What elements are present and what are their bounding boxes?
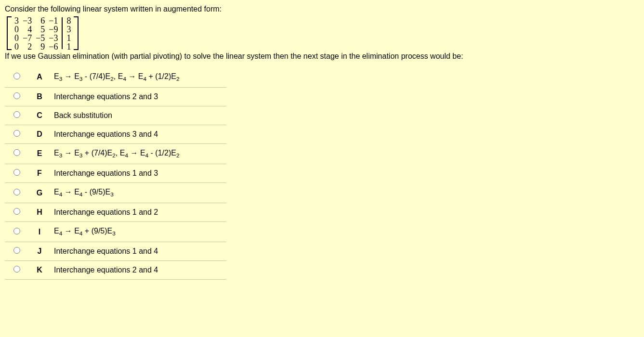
augmented-matrix: 3 0 0 0 −3 4 −7 2 6 5 −5 9 −1 −9 −3 −6 8… bbox=[7, 16, 639, 50]
matrix-col-4: −1 −9 −3 −6 bbox=[47, 16, 60, 50]
option-text: Interchange equations 3 and 4 bbox=[50, 125, 226, 143]
question-intro: Consider the following linear system wri… bbox=[5, 4, 639, 14]
matrix-cell: −3 bbox=[49, 34, 58, 42]
option-text: Interchange equations 2 and 3 bbox=[50, 87, 226, 106]
matrix-col-2: −3 4 −7 2 bbox=[21, 16, 34, 50]
option-row-k[interactable]: KInterchange equations 2 and 4 bbox=[5, 261, 226, 280]
bracket-right-icon bbox=[73, 16, 79, 50]
option-row-i[interactable]: IE4 → E4 + (9/5)E3 bbox=[5, 222, 226, 242]
option-letter: G bbox=[29, 182, 50, 203]
matrix-col-b: 8 3 1 1 bbox=[65, 16, 73, 50]
option-row-g[interactable]: GE4 → E4 - (9/5)E3 bbox=[5, 182, 226, 203]
option-radio-cell bbox=[5, 203, 29, 222]
matrix-cell: −9 bbox=[49, 25, 58, 34]
bracket-left-icon bbox=[7, 16, 13, 50]
option-text: Interchange equations 1 and 3 bbox=[50, 164, 226, 182]
option-text: E4 → E4 - (9/5)E3 bbox=[50, 182, 226, 203]
option-radio-cell bbox=[5, 67, 29, 88]
matrix-cell: 0 bbox=[14, 42, 19, 51]
matrix-cell: 3 bbox=[66, 25, 71, 34]
option-row-e[interactable]: EE3 → E3 + (7/4)E2, E4 → E4 - (1/2)E2 bbox=[5, 143, 226, 164]
option-text: E4 → E4 + (9/5)E3 bbox=[50, 222, 226, 242]
option-radio-cell bbox=[5, 143, 29, 164]
option-letter: H bbox=[29, 203, 50, 222]
matrix-cell: −7 bbox=[23, 34, 32, 42]
option-radio-c[interactable] bbox=[13, 111, 20, 118]
option-row-j[interactable]: JInterchange equations 1 and 4 bbox=[5, 242, 226, 261]
option-letter: I bbox=[29, 222, 50, 242]
matrix-col-1: 3 0 0 0 bbox=[13, 16, 21, 50]
option-row-d[interactable]: DInterchange equations 3 and 4 bbox=[5, 125, 226, 143]
option-radio-cell bbox=[5, 222, 29, 242]
matrix-cell: −1 bbox=[49, 16, 58, 25]
matrix-cell: −5 bbox=[36, 34, 45, 42]
option-letter: E bbox=[29, 143, 50, 164]
matrix-cell: 6 bbox=[36, 16, 45, 25]
option-radio-cell bbox=[5, 125, 29, 143]
option-radio-e[interactable] bbox=[13, 149, 20, 156]
option-radio-g[interactable] bbox=[13, 189, 20, 195]
matrix-cell: −3 bbox=[23, 16, 32, 25]
matrix-cell: 2 bbox=[23, 42, 32, 51]
option-radio-cell bbox=[5, 87, 29, 106]
question-followup: If we use Gaussian elimination (with par… bbox=[5, 52, 639, 61]
option-letter: K bbox=[29, 261, 50, 280]
option-radio-k[interactable] bbox=[13, 266, 20, 272]
option-row-b[interactable]: BInterchange equations 2 and 3 bbox=[5, 87, 226, 106]
matrix-cell: 1 bbox=[66, 42, 71, 51]
matrix-cell: 1 bbox=[66, 34, 71, 42]
option-radio-cell bbox=[5, 261, 29, 280]
matrix-cell: 3 bbox=[14, 16, 19, 25]
options-list: AE3 → E3 - (7/4)E2, E4 → E4 + (1/2)E2BIn… bbox=[5, 67, 226, 280]
option-text: E3 → E3 - (7/4)E2, E4 → E4 + (1/2)E2 bbox=[50, 67, 226, 88]
matrix-cell: 4 bbox=[23, 25, 32, 34]
option-letter: A bbox=[29, 67, 50, 88]
option-radio-j[interactable] bbox=[13, 247, 20, 254]
matrix-cell: 5 bbox=[36, 25, 45, 34]
option-radio-d[interactable] bbox=[13, 130, 20, 137]
option-letter: D bbox=[29, 125, 50, 143]
option-text: Interchange equations 1 and 2 bbox=[50, 203, 226, 222]
option-letter: C bbox=[29, 106, 50, 125]
option-radio-a[interactable] bbox=[13, 73, 20, 79]
option-letter: F bbox=[29, 164, 50, 182]
option-row-c[interactable]: CBack substitution bbox=[5, 106, 226, 125]
option-letter: J bbox=[29, 242, 50, 261]
option-row-a[interactable]: AE3 → E3 - (7/4)E2, E4 → E4 + (1/2)E2 bbox=[5, 67, 226, 88]
matrix-cell: 0 bbox=[14, 34, 19, 42]
matrix-cell: −6 bbox=[49, 42, 58, 51]
matrix-col-3: 6 5 −5 9 bbox=[34, 16, 47, 50]
augment-bar-icon bbox=[62, 17, 63, 49]
option-radio-f[interactable] bbox=[13, 169, 20, 176]
option-radio-h[interactable] bbox=[13, 208, 20, 215]
matrix-cell: 8 bbox=[66, 16, 71, 25]
option-text: E3 → E3 + (7/4)E2, E4 → E4 - (1/2)E2 bbox=[50, 143, 226, 164]
option-row-f[interactable]: FInterchange equations 1 and 3 bbox=[5, 164, 226, 182]
option-radio-cell bbox=[5, 182, 29, 203]
matrix-cell: 9 bbox=[36, 42, 45, 51]
option-radio-cell bbox=[5, 106, 29, 125]
option-row-h[interactable]: HInterchange equations 1 and 2 bbox=[5, 203, 226, 222]
option-radio-cell bbox=[5, 164, 29, 182]
matrix-body: 3 0 0 0 −3 4 −7 2 6 5 −5 9 −1 −9 −3 −6 8… bbox=[13, 16, 73, 50]
option-radio-b[interactable] bbox=[13, 92, 20, 99]
option-letter: B bbox=[29, 87, 50, 106]
option-radio-cell bbox=[5, 242, 29, 261]
option-radio-i[interactable] bbox=[13, 228, 20, 234]
matrix-cell: 0 bbox=[14, 25, 19, 34]
option-text: Interchange equations 2 and 4 bbox=[50, 261, 226, 280]
option-text: Back substitution bbox=[50, 106, 226, 125]
option-text: Interchange equations 1 and 4 bbox=[50, 242, 226, 261]
